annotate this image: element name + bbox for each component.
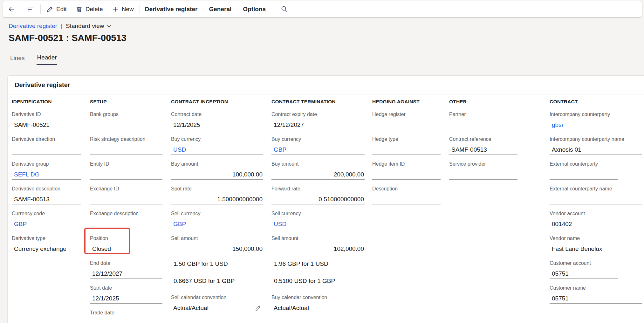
field-value-trade-date[interactable] <box>90 320 162 323</box>
field-value-buy-calendar-convention[interactable]: Actual/Actual <box>271 304 365 312</box>
field-value-external-counterparty-name[interactable] <box>550 196 642 203</box>
view-selector[interactable]: Standard view <box>66 23 112 30</box>
derivative-register-panel: Derivative register IDENTIFICATIONDeriva… <box>7 75 644 323</box>
field-value-entity-id[interactable] <box>90 171 162 178</box>
field-value-description[interactable] <box>372 196 441 203</box>
field-description: Description <box>372 180 441 204</box>
field-value-sell-currency[interactable]: GBP <box>171 220 263 228</box>
field-intercompany-counterparty: Intercompany counterpartygbsi <box>550 105 642 130</box>
field-value-exchange-id[interactable] <box>90 196 162 203</box>
field-label: Partner <box>449 105 517 117</box>
section-header: CONTRACT <box>550 98 642 105</box>
field-label: Sell amount <box>171 229 263 241</box>
field-value-vendor-account[interactable]: 001402 <box>550 220 642 228</box>
field-value-spot-rate[interactable]: 1.500000000000 <box>171 196 263 203</box>
edit-pencil-icon[interactable] <box>255 305 261 311</box>
chevron-down-icon <box>106 24 112 29</box>
hamburger-button[interactable] <box>26 3 36 15</box>
field-label: Bank groups <box>90 105 162 117</box>
field-label: Buy calendar convention <box>271 288 365 300</box>
field-value-end-date[interactable]: 12/12/2027 <box>90 270 162 277</box>
field-partner: Partner <box>449 105 517 130</box>
field-label: Contract reference <box>449 130 517 142</box>
field-value-sell-calendar-convention[interactable]: Actual/Actual <box>171 304 263 312</box>
field-contract-date: Contract date12/1/2025 <box>171 105 263 130</box>
field-value-hedge-register[interactable] <box>372 121 441 128</box>
field-contract-expiry-date: Contract expiry date12/12/2027 <box>271 105 365 130</box>
section-header: HEDGING AGAINST <box>372 98 441 105</box>
field-value-customer-name[interactable]: 05751 <box>550 295 642 302</box>
toolbar-divider <box>21 4 21 14</box>
menu-tab-derivative-register[interactable]: Derivative register <box>144 4 198 15</box>
field-value-sell-currency[interactable]: USD <box>271 220 365 228</box>
toolbar-divider <box>140 4 140 14</box>
field-value-intercompany-counterparty[interactable]: gbsi <box>550 121 642 128</box>
field-external-counterparty: External counterparty <box>550 155 642 180</box>
field-label: End date <box>90 254 162 266</box>
new-button[interactable]: New <box>111 4 135 15</box>
field-value-exchange-description[interactable] <box>90 220 162 228</box>
field-position: PositionClosed <box>90 229 162 254</box>
field-value-derivative-type[interactable]: Currency exchange <box>12 245 81 252</box>
field-value-hedge-item-id[interactable] <box>372 171 441 178</box>
field-sell-currency: Sell currencyUSD <box>271 204 365 229</box>
field-value-sell-amount[interactable]: 150,000.00 <box>171 245 263 252</box>
field-label: Customer name <box>550 279 642 291</box>
field-value-contract-date[interactable]: 12/1/2025 <box>171 121 263 128</box>
field-label: Customer account <box>550 254 642 266</box>
field-value-risk-strategy-description[interactable] <box>90 146 162 153</box>
field-label: Buy currency <box>171 130 263 142</box>
delete-button[interactable]: Delete <box>74 4 104 15</box>
toolbar-divider <box>40 4 41 14</box>
field-value-partner[interactable] <box>449 121 517 128</box>
field-value-bank-groups[interactable] <box>90 121 162 128</box>
edit-button[interactable]: Edit <box>45 4 68 15</box>
field-label: Hedge item ID <box>372 155 441 167</box>
field-sell-amount: Sell amount102,000.00 <box>271 229 365 254</box>
field-value-sell-amount[interactable]: 102,000.00 <box>271 245 365 252</box>
field-value-forward-rate[interactable]: 0.510000000000 <box>271 196 365 203</box>
back-button[interactable] <box>8 3 17 15</box>
field-value-customer-account[interactable]: 05751 <box>550 270 642 277</box>
field-value-buy-currency[interactable]: GBP <box>271 146 365 153</box>
tab-header[interactable]: Header <box>37 53 57 65</box>
field-label: Risk strategy description <box>90 130 162 142</box>
field-label: Spot rate <box>171 180 263 192</box>
field-derivative-type: Derivative typeCurrency exchange <box>12 229 81 254</box>
field-sell-currency: Sell currencyGBP <box>171 204 263 229</box>
field-label: Derivative type <box>12 229 81 241</box>
field-intercompany-counterparty-name: Intercompany counterparty nameAxnosis 01 <box>550 130 642 155</box>
breadcrumb-link[interactable]: Derivative register <box>9 23 57 30</box>
field-value-buy-currency[interactable]: USD <box>171 146 263 153</box>
field-derivative-id: Derivative IDSAMF-00521 <box>12 105 81 130</box>
field-value-derivative-id[interactable]: SAMF-00521 <box>12 121 81 128</box>
search-icon <box>280 5 288 13</box>
field-value-hedge-type[interactable] <box>372 146 441 153</box>
section-column-identification: IDENTIFICATIONDerivative IDSAMF-00521Der… <box>12 98 81 254</box>
menu-tab-options[interactable]: Options <box>242 4 266 15</box>
field-value-derivative-direction[interactable] <box>12 146 81 153</box>
field-value-buy-amount[interactable]: 200,000.00 <box>271 171 365 178</box>
field-label: Sell calendar convention <box>171 288 263 300</box>
field-label: External counterparty <box>550 155 642 167</box>
field-trade-date: Trade date <box>90 304 162 323</box>
menu-tab-general[interactable]: General <box>209 4 232 15</box>
field-value-intercompany-counterparty-name[interactable]: Axnosis 01 <box>550 146 642 153</box>
field-value-start-date[interactable]: 12/1/2025 <box>90 295 162 302</box>
field-value-buy-amount[interactable]: 100,000.00 <box>171 171 263 178</box>
field-value-vendor-name[interactable]: Fast Lane Benelux <box>550 245 642 252</box>
field-forward-rate: Forward rate0.510000000000 <box>271 180 365 204</box>
field-value-derivative-description[interactable]: SAMF-00513 <box>12 196 81 203</box>
field-value-contract-expiry-date[interactable]: 12/12/2027 <box>271 121 365 128</box>
field-value-currency-code[interactable]: GBP <box>12 220 81 228</box>
field-hedge-register: Hedge register <box>372 105 441 130</box>
field-value-service-provider[interactable] <box>449 171 517 178</box>
exchange-rate-text: 0.6667 USD for 1 GBP <box>171 271 263 288</box>
tab-lines[interactable]: Lines <box>10 53 25 65</box>
field-value-derivative-group[interactable]: SEFL DG <box>12 171 81 178</box>
field-customer-name: Customer name05751 <box>550 279 642 304</box>
field-value-contract-reference[interactable]: SAMF-00513 <box>449 146 517 153</box>
field-value-position[interactable]: Closed <box>90 245 162 252</box>
field-value-external-counterparty[interactable] <box>550 171 642 178</box>
search-button[interactable] <box>280 5 288 14</box>
